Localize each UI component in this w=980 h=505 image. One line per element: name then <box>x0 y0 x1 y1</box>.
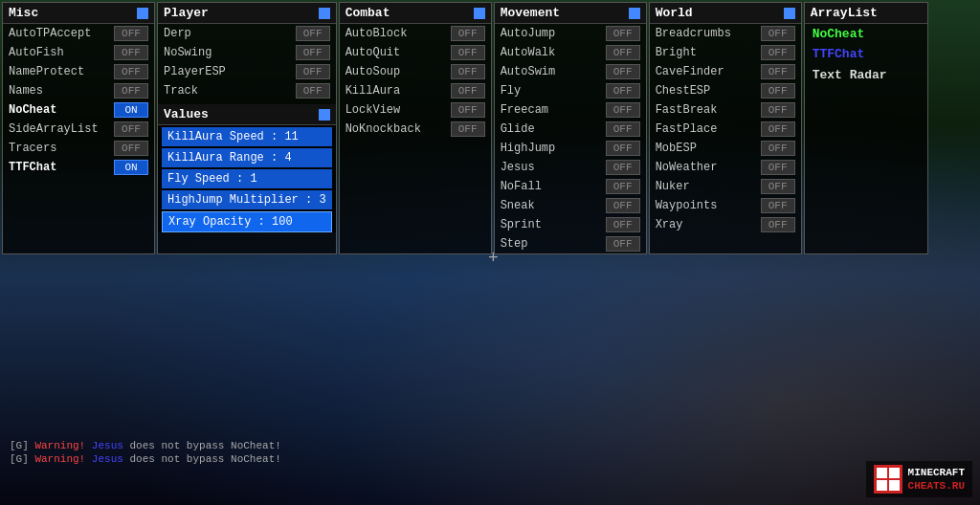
panel-row: DerpOFF <box>158 24 336 43</box>
panel-row: FreecamOFF <box>495 100 646 120</box>
toggle-button[interactable]: OFF <box>296 83 330 99</box>
toggle-button[interactable]: OFF <box>606 141 640 156</box>
row-label: PlayerESP <box>164 65 226 78</box>
plus-icon: + <box>488 249 499 268</box>
panel-row: StepOFF <box>495 234 646 253</box>
toggle-button[interactable]: OFF <box>451 121 485 137</box>
misc-rows: AutoTPAcceptOFFAutoFishOFFNameProtectOFF… <box>3 24 154 177</box>
values-panel: Values KillAura Speed : 11KillAura Range… <box>158 104 336 232</box>
toggle-button[interactable]: OFF <box>761 45 795 60</box>
row-label: AutoBlock <box>345 27 408 40</box>
toggle-button[interactable]: OFF <box>451 26 485 41</box>
toggle-button[interactable]: OFF <box>114 26 148 41</box>
row-label: MobESP <box>656 142 697 155</box>
panel-row: NoKnockbackOFF <box>340 120 491 139</box>
row-label: LockView <box>345 103 401 117</box>
panel-row: FastPlaceOFF <box>650 120 801 139</box>
toggle-button[interactable]: OFF <box>761 217 795 232</box>
panel-row: AutoSoupOFF <box>340 62 491 81</box>
toggle-button[interactable]: OFF <box>606 198 640 213</box>
row-label: NameProtect <box>9 65 84 78</box>
toggle-button[interactable]: ON <box>114 102 148 118</box>
row-label: HighJump <box>501 142 556 155</box>
toggle-button[interactable]: OFF <box>761 102 795 118</box>
toggle-button[interactable]: OFF <box>606 102 640 118</box>
panel-row: AutoTPAcceptOFF <box>3 24 154 43</box>
toggle-button[interactable]: OFF <box>296 26 330 41</box>
movement-header: Movement <box>495 3 646 24</box>
toggle-button[interactable]: OFF <box>451 64 485 79</box>
panel-row: KillAuraOFF <box>340 81 491 100</box>
toggle-button[interactable]: OFF <box>606 217 640 232</box>
toggle-button[interactable]: OFF <box>451 102 485 118</box>
toggle-button[interactable]: OFF <box>761 198 795 213</box>
movement-dot <box>629 8 640 19</box>
toggle-button[interactable]: OFF <box>606 45 640 60</box>
row-label: Breadcrumbs <box>656 27 731 40</box>
misc-panel: Misc AutoTPAcceptOFFAutoFishOFFNameProte… <box>2 2 155 254</box>
arraylist-items: NoCheatTTFChat <box>805 24 927 64</box>
value-row[interactable]: KillAura Speed : 11 <box>162 127 332 146</box>
value-row[interactable]: Fly Speed : 1 <box>162 169 332 188</box>
panel-row: SneakOFF <box>495 196 646 215</box>
value-row[interactable]: KillAura Range : 4 <box>162 148 332 167</box>
toggle-button[interactable]: OFF <box>606 83 640 99</box>
chat-area: [G] Warning! Jesus does not bypass NoChe… <box>10 440 281 467</box>
toggle-button[interactable]: OFF <box>296 45 330 60</box>
row-label: KillAura <box>345 84 401 98</box>
panel-row: PlayerESPOFF <box>158 62 336 81</box>
chat-warning: Warning! <box>29 440 85 451</box>
toggle-button[interactable]: OFF <box>114 121 148 137</box>
row-label: AutoSwim <box>501 65 556 78</box>
panel-row: NoWeatherOFF <box>650 158 801 177</box>
value-row[interactable]: HighJump Multiplier : 3 <box>162 190 332 209</box>
toggle-button[interactable]: OFF <box>606 26 640 41</box>
panel-row: XrayOFF <box>650 215 801 234</box>
toggle-button[interactable]: OFF <box>761 64 795 79</box>
toggle-button[interactable]: OFF <box>296 64 330 79</box>
toggle-button[interactable]: OFF <box>451 83 485 99</box>
movement-panel: Movement AutoJumpOFFAutoWalkOFFAutoSwimO… <box>494 2 647 254</box>
panel-row: FlyOFF <box>495 81 646 100</box>
toggle-button[interactable]: OFF <box>761 141 795 156</box>
values-header: Values <box>158 104 336 125</box>
combat-rows: AutoBlockOFFAutoQuitOFFAutoSoupOFFKillAu… <box>340 24 491 139</box>
chat-prefix: [G] <box>10 453 29 465</box>
toggle-button[interactable]: OFF <box>761 121 795 137</box>
toggle-button[interactable]: ON <box>114 160 148 175</box>
watermark-text: MINECRAFT CHEATS.RU <box>908 466 965 494</box>
chat-line: [G] Warning! Jesus does not bypass NoChe… <box>10 440 281 451</box>
toggle-button[interactable]: OFF <box>761 26 795 41</box>
panel-row: NamesOFF <box>3 81 154 100</box>
toggle-button[interactable]: OFF <box>114 141 148 156</box>
panel-row: BrightOFF <box>650 43 801 62</box>
panel-row: AutoJumpOFF <box>495 24 646 43</box>
toggle-button[interactable]: OFF <box>114 83 148 99</box>
toggle-button[interactable]: OFF <box>606 121 640 137</box>
row-label: SideArrayList <box>9 122 99 136</box>
logo-block-2 <box>889 468 900 478</box>
panel-row: JesusOFF <box>495 158 646 177</box>
row-label: Track <box>164 84 198 98</box>
row-label: Freecam <box>501 103 548 117</box>
row-label: Bright <box>656 46 697 59</box>
toggle-button[interactable]: OFF <box>606 236 640 252</box>
toggle-button[interactable]: OFF <box>114 64 148 79</box>
toggle-button[interactable]: OFF <box>451 45 485 60</box>
row-label: Derp <box>164 27 191 40</box>
row-label: Glide <box>501 122 535 136</box>
toggle-button[interactable]: OFF <box>606 160 640 175</box>
panel-row: BreadcrumbsOFF <box>650 24 801 43</box>
toggle-button[interactable]: OFF <box>761 83 795 99</box>
toggle-button[interactable]: OFF <box>606 179 640 194</box>
world-title: World <box>656 6 693 20</box>
value-row[interactable]: Xray Opacity : 100 <box>162 211 332 232</box>
values-title: Values <box>164 107 209 121</box>
toggle-button[interactable]: OFF <box>761 179 795 194</box>
toggle-button[interactable]: OFF <box>761 160 795 175</box>
chat-name: Jesus <box>85 453 123 465</box>
panel-row: LockViewOFF <box>340 100 491 120</box>
toggle-button[interactable]: OFF <box>606 64 640 79</box>
toggle-button[interactable]: OFF <box>114 45 148 60</box>
arraylist-title: ArrayList <box>811 6 878 20</box>
